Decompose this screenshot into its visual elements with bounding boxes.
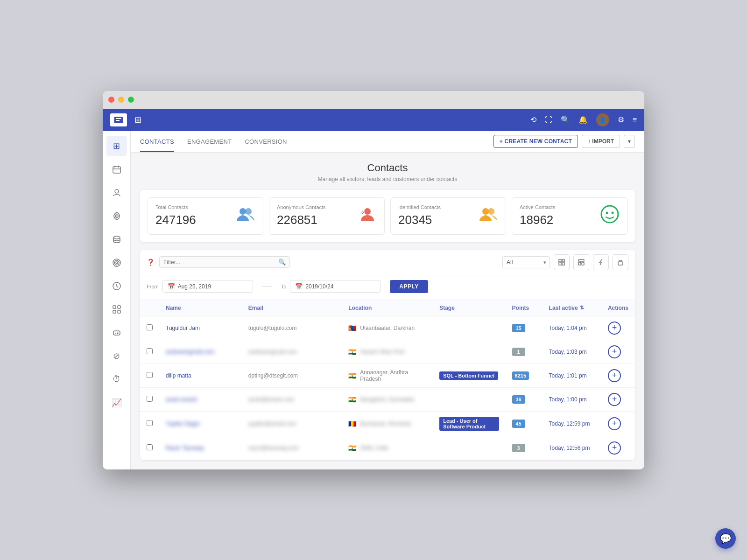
lightning-button[interactable] [593, 254, 609, 270]
th-points[interactable]: Points [506, 300, 543, 316]
last-active-link[interactable]: Today, 1:00 pm [549, 396, 587, 403]
row-name[interactable]: Yupiter Dager [159, 411, 242, 436]
row-name[interactable]: anant anand [159, 387, 242, 411]
stat-total-value: 247196 [155, 213, 196, 227]
row-checkbox[interactable] [147, 420, 153, 426]
avatar[interactable]: 👤 [596, 113, 609, 126]
sidebar-item-timer[interactable]: ⏱ [106, 369, 127, 390]
svg-point-6 [113, 236, 120, 239]
minimize-button[interactable] [118, 97, 124, 103]
th-last-active[interactable]: Last active ⇅ [543, 300, 601, 316]
last-active-link[interactable]: Today, 1:03 pm [549, 349, 587, 355]
sidebar-item-target[interactable] [106, 252, 127, 273]
import-button[interactable]: ↑ IMPORT [582, 135, 620, 148]
add-action-button[interactable]: + [608, 393, 621, 406]
fullscreen-icon[interactable]: ⛶ [545, 116, 552, 124]
date-separator [262, 287, 272, 287]
sidebar-item-dashboard[interactable]: ⊞ [106, 136, 127, 156]
filter-bar: ❓ 🔍 All Identified Anonym [140, 250, 635, 275]
close-button[interactable] [108, 97, 114, 103]
title-bar [103, 91, 644, 109]
stat-identified-value: 20345 [398, 213, 441, 227]
menu-icon[interactable]: ≡ [633, 116, 637, 124]
sidebar-item-calendar[interactable] [106, 159, 127, 180]
svg-point-9 [116, 262, 118, 264]
back-icon[interactable]: ⟲ [530, 115, 536, 124]
table-row: dilip matta dpting@dtsegit.com 🇮🇳 Annana… [140, 364, 635, 387]
apply-button[interactable]: APPLY [390, 280, 428, 293]
to-date-input[interactable] [305, 283, 375, 290]
view-list-button[interactable] [554, 254, 570, 270]
notification-icon[interactable]: 🔔 [578, 115, 588, 124]
stat-active-contacts[interactable]: Active Contacts 18962 [512, 197, 627, 235]
add-action-button[interactable]: + [608, 322, 621, 335]
row-last-active: Today, 1:03 pm [543, 340, 601, 364]
row-name[interactable]: Tuguldur Jam [159, 316, 242, 340]
stat-identified-contacts[interactable]: Identified Contacts 20345 [390, 197, 506, 235]
dropdown-button[interactable]: ▾ [624, 135, 635, 148]
lock-button[interactable] [613, 254, 628, 270]
add-action-button[interactable]: + [608, 369, 621, 382]
view-grid-button[interactable] [573, 254, 589, 270]
search-icon[interactable]: 🔍 [561, 115, 570, 124]
points-badge: 36 [512, 395, 525, 404]
row-location: 🇮🇳 Bangalore, Karnataka [342, 387, 433, 411]
th-email[interactable]: Email [242, 300, 342, 316]
sidebar-item-clock[interactable] [106, 276, 127, 296]
table-row: Tuguldur Jam tugulu@tugulu.com 🇲🇳 Ulaanb… [140, 316, 635, 340]
stat-anonymous-contacts[interactable]: Anonymous Contacts 226851 [269, 197, 385, 235]
from-date-input-wrap[interactable]: 📅 [162, 280, 253, 293]
sidebar-item-campaigns[interactable] [106, 206, 127, 226]
filter-input-wrap[interactable]: 🔍 [159, 256, 290, 268]
row-points: 45 [506, 411, 543, 436]
row-stage [433, 340, 505, 364]
last-active-link[interactable]: Today, 12:59 pm [549, 420, 590, 427]
sidebar-item-games[interactable] [106, 322, 127, 343]
row-email: tugulu@tugulu.com [242, 316, 342, 340]
grid-icon[interactable]: ⊞ [134, 115, 141, 125]
tab-conversion[interactable]: CONVERSION [245, 131, 287, 152]
row-checkbox[interactable] [147, 372, 153, 378]
row-email: yupiter@email.com [242, 411, 342, 436]
row-checkbox[interactable] [147, 348, 153, 354]
to-calendar-icon: 📅 [295, 283, 303, 290]
svg-rect-31 [562, 259, 564, 262]
sidebar-item-reports[interactable]: 📈 [106, 392, 127, 413]
row-email: dpting@dtsegit.com [242, 364, 342, 387]
sidebar-item-contacts[interactable] [106, 182, 127, 203]
maximize-button[interactable] [128, 97, 134, 103]
th-location[interactable]: Location [342, 300, 433, 316]
row-checkbox[interactable] [147, 396, 153, 402]
app-logo [110, 113, 127, 126]
filter-help-icon[interactable]: ❓ [147, 259, 155, 266]
add-action-button[interactable]: + [608, 417, 621, 430]
sidebar-item-database[interactable] [106, 229, 127, 250]
filter-input[interactable] [163, 259, 275, 266]
from-date-input[interactable] [178, 283, 248, 290]
chat-bubble[interactable]: 💬 [715, 528, 736, 549]
country-flag: 🇮🇳 [348, 348, 356, 356]
country-flag: 🇮🇳 [348, 372, 356, 379]
th-stage[interactable]: Stage [433, 300, 505, 316]
sidebar-item-integrations[interactable] [106, 299, 127, 320]
filter-all-select[interactable]: All Identified Anonymous Active [502, 256, 550, 268]
row-checkbox[interactable] [147, 444, 153, 450]
row-name[interactable]: dilip matta [159, 364, 242, 387]
create-contact-button[interactable]: + CREATE NEW CONTACT [493, 135, 578, 148]
row-name[interactable]: andrewmgmail.com [159, 340, 242, 364]
sidebar-item-block[interactable]: ⊘ [106, 346, 127, 366]
last-active-link[interactable]: Today, 1:04 pm [549, 325, 587, 331]
row-checkbox[interactable] [147, 324, 153, 330]
last-active-link[interactable]: Today, 12:56 pm [549, 445, 590, 451]
row-name[interactable]: Racer Tacoway [159, 436, 242, 460]
add-action-button[interactable]: + [608, 345, 621, 358]
to-date-input-wrap[interactable]: 📅 [290, 280, 381, 293]
svg-rect-36 [582, 262, 584, 265]
tab-engagement[interactable]: ENGAGEMENT [187, 131, 232, 152]
last-active-link[interactable]: Today, 1:01 pm [549, 372, 587, 379]
stat-total-contacts[interactable]: Total Contacts 247196 [148, 197, 263, 235]
add-action-button[interactable]: + [608, 441, 621, 455]
settings-icon[interactable]: ⚙ [618, 115, 624, 124]
th-name[interactable]: Name [159, 300, 242, 316]
tab-contacts[interactable]: CONTACTS [140, 131, 174, 152]
